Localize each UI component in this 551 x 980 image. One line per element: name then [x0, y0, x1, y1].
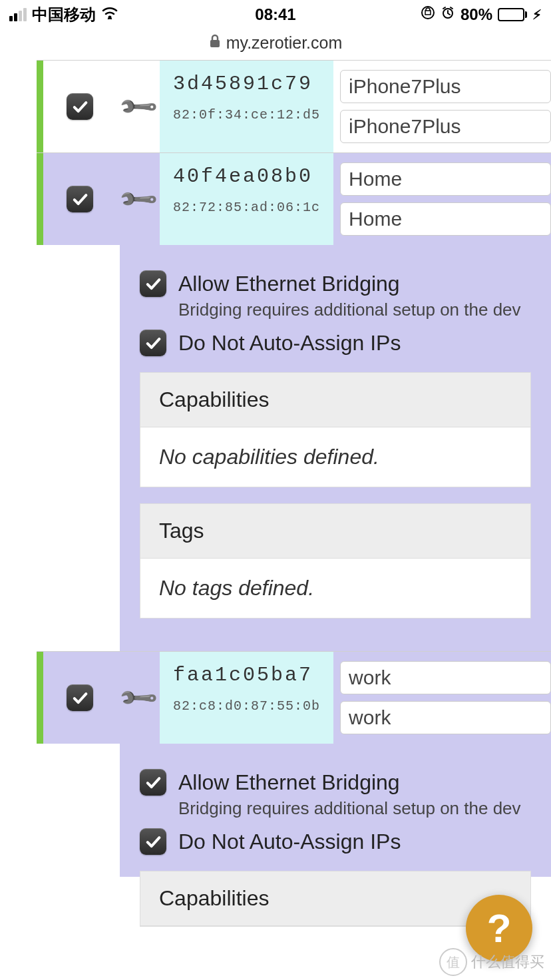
id-cell: 40f4ea08b0 82:72:85:ad:06:1c [160, 153, 333, 245]
capabilities-body: No capabilities defined. [140, 427, 530, 487]
battery-pct: 80% [460, 5, 492, 24]
desc-input[interactable] [340, 202, 551, 236]
wrench-icon[interactable]: 🔧 [116, 85, 159, 128]
node-id: 3d45891c79 [173, 73, 320, 95]
capabilities-panel: Capabilities No capabilities defined. [140, 372, 531, 487]
online-indicator [37, 652, 43, 744]
bridge-desc: Bridging requires additional setup on th… [178, 300, 551, 320]
address-bar[interactable]: my.zerotier.com [0, 29, 551, 56]
watermark-text: 什么值得买 [471, 952, 544, 972]
bridge-checkbox[interactable] [140, 270, 166, 297]
noauto-checkbox[interactable] [140, 330, 166, 356]
node-id: 40f4ea08b0 [173, 165, 320, 188]
alarm-icon [441, 5, 455, 24]
capabilities-header: Capabilities [140, 373, 530, 427]
orientation-lock-icon [421, 5, 435, 24]
wifi-icon [101, 6, 118, 23]
online-indicator [37, 61, 43, 152]
desc-input[interactable] [340, 701, 551, 734]
clock: 08:41 [255, 5, 295, 24]
tags-body: No tags defined. [140, 559, 530, 618]
watermark: 值 什么值得买 [439, 948, 544, 976]
status-bar: 中国移动 08:41 80% ⚡︎ [0, 0, 551, 29]
auth-checkbox[interactable] [67, 684, 93, 711]
url-host: my.zerotier.com [226, 33, 343, 53]
tags-panel: Tags No tags defined. [140, 503, 531, 618]
noauto-label: Do Not Auto-Assign IPs [178, 830, 401, 854]
charging-icon: ⚡︎ [532, 7, 542, 23]
watermark-badge: 值 [439, 948, 467, 976]
member-detail-panel: Allow Ethernet Bridging Bridging require… [120, 743, 551, 877]
svg-rect-3 [210, 40, 220, 47]
battery-icon [498, 8, 527, 21]
phys-addr: 82:72:85:ad:06:1c [173, 200, 320, 215]
tags-header: Tags [140, 504, 530, 559]
signal-icon [9, 8, 27, 21]
bridge-label: Allow Ethernet Bridging [178, 770, 400, 795]
member-detail-panel: Allow Ethernet Bridging Bridging require… [120, 244, 551, 651]
wrench-icon[interactable]: 🔧 [116, 676, 159, 719]
wrench-icon[interactable]: 🔧 [116, 178, 159, 220]
lock-icon [209, 34, 221, 52]
phys-addr: 82:c8:d0:87:55:0b [173, 698, 320, 714]
bridge-label: Allow Ethernet Bridging [178, 272, 400, 296]
carrier-label: 中国移动 [32, 4, 96, 25]
phys-addr: 82:0f:34:ce:12:d5 [173, 107, 320, 122]
member-row: 🔧 3d45891c79 82:0f:34:ce:12:d5 [37, 60, 551, 153]
name-input[interactable] [340, 162, 551, 196]
bridge-checkbox[interactable] [140, 769, 166, 796]
member-row: 🔧 40f4ea08b0 82:72:85:ad:06:1c [37, 152, 551, 245]
member-row: 🔧 faa1c05ba7 82:c8:d0:87:55:0b [37, 651, 551, 744]
desc-input[interactable] [340, 110, 551, 143]
noauto-checkbox[interactable] [140, 828, 166, 855]
auth-checkbox[interactable] [67, 93, 93, 120]
auth-checkbox[interactable] [67, 186, 93, 212]
noauto-label: Do Not Auto-Assign IPs [178, 331, 401, 356]
node-id: faa1c05ba7 [173, 664, 320, 686]
online-indicator [37, 153, 43, 245]
name-input[interactable] [340, 70, 551, 103]
id-cell: 3d45891c79 82:0f:34:ce:12:d5 [160, 61, 333, 152]
help-icon: ? [487, 905, 512, 951]
id-cell: faa1c05ba7 82:c8:d0:87:55:0b [160, 652, 333, 744]
name-input[interactable] [340, 661, 551, 694]
bridge-desc: Bridging requires additional setup on th… [178, 798, 551, 819]
svg-point-0 [108, 16, 112, 19]
